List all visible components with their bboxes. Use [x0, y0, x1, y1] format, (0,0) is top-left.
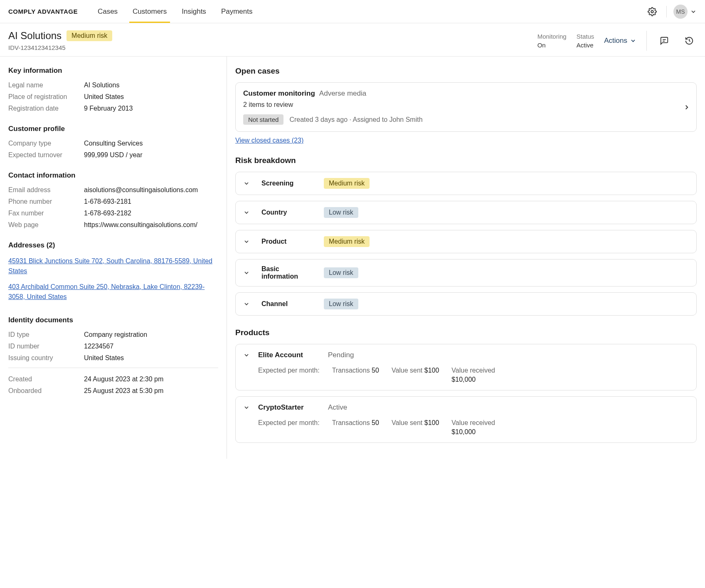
value-received: Value received$10,000	[451, 367, 495, 383]
risk-row[interactable]: Country Low risk	[235, 201, 697, 224]
info-label: Place of registration	[8, 93, 84, 101]
overall-risk-badge: Medium risk	[67, 30, 112, 41]
chevron-down-icon	[243, 238, 250, 245]
risk-row[interactable]: Screening Medium risk	[235, 172, 697, 195]
product-name: Elite Account	[258, 351, 320, 359]
info-label: Company type	[8, 140, 84, 147]
header-divider	[646, 31, 647, 51]
info-row: Web pagehttps://www.consultingaisolution…	[8, 221, 218, 229]
nav-divider	[666, 6, 667, 17]
nav-tab-insights[interactable]: Insights	[182, 0, 206, 23]
customer-id: IDV-1234123412345	[8, 44, 112, 51]
history-icon	[685, 36, 694, 45]
section-open-cases: Open cases	[235, 67, 697, 76]
risk-category: Channel	[261, 300, 316, 308]
risk-level-badge: Low risk	[324, 207, 358, 218]
chevron-right-icon	[683, 104, 690, 111]
product-status: Pending	[328, 351, 354, 359]
chevron-down-icon	[243, 269, 250, 276]
risk-level-badge: Low risk	[324, 299, 358, 309]
risk-row[interactable]: Product Medium risk	[235, 230, 697, 253]
page-title: AI Solutions	[8, 30, 62, 42]
info-row: Registration date9 February 2013	[8, 105, 218, 112]
transactions: Transactions 50	[332, 367, 379, 383]
section-contact: Contact information	[8, 171, 218, 180]
divider	[8, 368, 218, 368]
info-value: aisolutions@consultingaisolutions.com	[84, 186, 198, 194]
info-row: ID typeCompany registration	[8, 331, 218, 338]
chevron-down-icon	[243, 404, 250, 411]
info-value: https://www.consultingaisolutions.com/	[84, 221, 197, 229]
info-label: Registration date	[8, 105, 84, 112]
info-row: Phone number1-678-693-2181	[8, 198, 218, 205]
risk-category: Country	[261, 209, 316, 216]
info-row: Created24 August 2023 at 2:30 pm	[8, 376, 218, 383]
risk-category: Product	[261, 238, 316, 245]
info-value: 24 August 2023 at 2:30 pm	[84, 376, 163, 383]
case-subtitle: Adverse media	[319, 89, 366, 98]
chevron-down-icon	[243, 209, 250, 216]
info-value: Company registration	[84, 331, 147, 338]
product-card: CryptoStarter Active Expected per month:…	[235, 396, 697, 443]
case-meta: Created 3 days ago · Assigned to John Sm…	[289, 116, 422, 124]
activity-status: Status Active	[577, 33, 594, 49]
info-row: Company typeConsulting Services	[8, 140, 218, 147]
transactions: Transactions 50	[332, 419, 379, 436]
history-button[interactable]	[682, 33, 697, 48]
actions-button[interactable]: Actions	[604, 37, 636, 45]
info-row: Issuing countryUnited States	[8, 354, 218, 362]
info-label: ID number	[8, 343, 84, 350]
info-value: United States	[84, 354, 124, 362]
info-row: Fax number1-678-693-2182	[8, 210, 218, 217]
monitoring-status: Monitoring On	[537, 33, 567, 49]
comment-button[interactable]	[657, 33, 672, 48]
info-row: Place of registrationUnited States	[8, 93, 218, 101]
product-header[interactable]: Elite Account Pending	[243, 351, 689, 359]
gear-icon	[648, 7, 657, 16]
open-case-card[interactable]: Customer monitoring Adverse media 2 item…	[235, 82, 697, 132]
svg-point-0	[651, 10, 653, 13]
value-sent: Value sent $100	[392, 367, 439, 383]
settings-button[interactable]	[645, 4, 660, 19]
address-link[interactable]: 45931 Blick Junctions Suite 702, South C…	[8, 256, 218, 276]
info-value: 12234567	[84, 343, 113, 350]
section-risk-breakdown: Risk breakdown	[235, 156, 697, 165]
address-link[interactable]: 403 Archibald Common Suite 250, Nebraska…	[8, 282, 218, 302]
view-closed-cases-link[interactable]: View closed cases (23)	[235, 137, 303, 144]
info-value: 1-678-693-2182	[84, 210, 131, 217]
chevron-down-icon	[243, 180, 250, 187]
info-row: Email addressaisolutions@consultingaisol…	[8, 186, 218, 194]
info-value: 999,999 USD / year	[84, 151, 143, 159]
product-name: CryptoStarter	[258, 403, 320, 412]
case-items-count: 2 items to review	[243, 101, 689, 109]
section-key-info: Key information	[8, 67, 218, 75]
product-status: Active	[328, 403, 347, 412]
nav-tab-customers[interactable]: Customers	[133, 0, 167, 23]
nav-tab-payments[interactable]: Payments	[221, 0, 253, 23]
info-value: 9 February 2013	[84, 105, 133, 112]
user-avatar: MS	[673, 5, 688, 19]
info-label: Fax number	[8, 210, 84, 217]
value-sent: Value sent $100	[392, 419, 439, 436]
info-value: United States	[84, 93, 124, 101]
section-identity: Identity documents	[8, 316, 218, 324]
chat-icon	[660, 36, 669, 45]
nav-tab-cases[interactable]: Cases	[98, 0, 118, 23]
expected-label: Expected per month:	[258, 419, 320, 436]
value-received: Value received$10,000	[451, 419, 495, 436]
user-menu[interactable]: MS	[673, 5, 697, 19]
info-label: Email address	[8, 186, 84, 194]
expected-label: Expected per month:	[258, 367, 320, 383]
chevron-down-icon	[243, 301, 250, 307]
risk-row[interactable]: Channel Low risk	[235, 292, 697, 316]
info-label: Created	[8, 376, 84, 383]
risk-category: Screening	[261, 180, 316, 187]
info-value: Consulting Services	[84, 140, 143, 147]
chevron-down-icon	[630, 37, 636, 44]
product-header[interactable]: CryptoStarter Active	[243, 403, 689, 412]
section-products: Products	[235, 328, 697, 337]
top-nav: COMPLY ADVANTAGE Cases Customers Insight…	[0, 0, 705, 23]
risk-level-badge: Medium risk	[324, 236, 370, 247]
risk-row[interactable]: Basic information Low risk	[235, 259, 697, 287]
info-value: 25 August 2023 at 5:30 pm	[84, 387, 163, 395]
